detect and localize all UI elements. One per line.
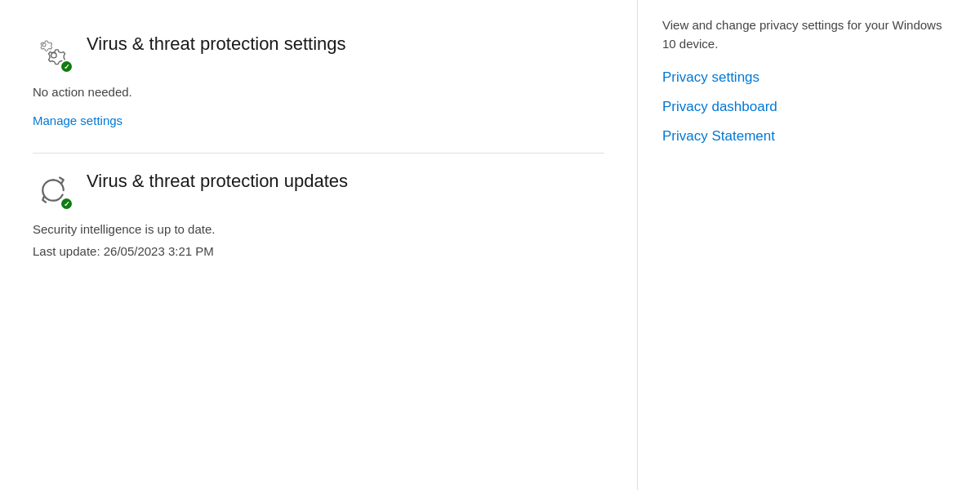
privacy-dashboard-link[interactable]: Privacy dashboard bbox=[662, 99, 956, 115]
svg-point-1 bbox=[42, 43, 46, 47]
right-panel-intro: View and change privacy settings for you… bbox=[662, 16, 956, 53]
section2-last-update: Last update: 26/05/2023 3:21 PM bbox=[33, 244, 604, 258]
right-panel-links: Privacy settings Privacy dashboard Priva… bbox=[662, 69, 956, 145]
section-virus-updates: Virus & threat protection updates Securi… bbox=[33, 154, 604, 286]
left-panel: Virus & threat protection settings No ac… bbox=[0, 0, 637, 490]
right-panel: View and change privacy settings for you… bbox=[637, 0, 980, 490]
privacy-statement-link[interactable]: Privacy Statement bbox=[662, 128, 956, 145]
section2-title: Virus & threat protection updates bbox=[87, 170, 348, 194]
privacy-settings-link[interactable]: Privacy settings bbox=[662, 69, 956, 86]
settings-check-badge bbox=[60, 60, 74, 74]
section-virus-settings: Virus & threat protection settings No ac… bbox=[33, 16, 604, 153]
settings-icon-wrap bbox=[33, 33, 74, 74]
updates-check-badge bbox=[60, 197, 74, 211]
manage-settings-link[interactable]: Manage settings bbox=[33, 114, 122, 127]
section1-title: Virus & threat protection settings bbox=[87, 33, 346, 56]
section-header-updates: Virus & threat protection updates bbox=[33, 170, 604, 211]
svg-point-0 bbox=[51, 53, 56, 58]
section1-status: No action needed. bbox=[33, 85, 604, 99]
section2-status: Security intelligence is up to date. bbox=[33, 222, 604, 236]
sync-icon-wrap bbox=[33, 170, 74, 211]
section-header-settings: Virus & threat protection settings bbox=[33, 33, 604, 74]
